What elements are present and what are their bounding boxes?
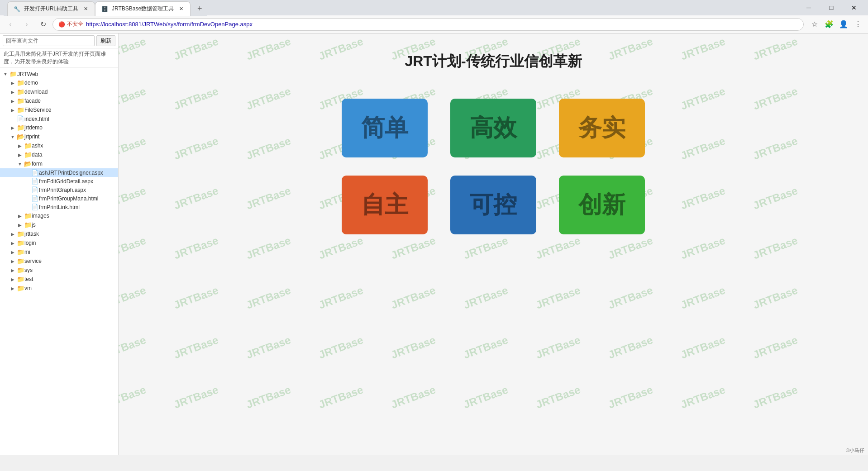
folder-download-icon: 📁 xyxy=(16,88,24,95)
watermark-text: JRTBase xyxy=(534,234,582,262)
card-simple-label: 简单 xyxy=(361,112,408,144)
minimize-button[interactable]: ─ xyxy=(798,0,819,15)
tree-item-jrttask[interactable]: ▶ 📁 jrttask xyxy=(0,229,118,238)
tree-item-vm[interactable]: ▶ 📁 vm xyxy=(0,284,118,293)
watermark-text: JRTBase xyxy=(679,333,727,361)
tree-item-login[interactable]: ▶ 📁 login xyxy=(0,238,118,247)
tree-expand-jrttask: ▶ xyxy=(9,232,16,237)
tree-item-print-group-mana[interactable]: 📄 frmPrintGroupMana.html xyxy=(0,194,118,203)
sidebar-refresh-button[interactable]: 刷新 xyxy=(96,35,115,46)
tree-item-js[interactable]: ▶ 📁 js xyxy=(0,220,118,229)
tree-expand-download: ▶ xyxy=(9,90,16,95)
watermark-text: JRTBase xyxy=(119,234,148,262)
forward-button[interactable]: › xyxy=(20,18,33,31)
cards-grid: 简单 高效 务实 自主 可控 xyxy=(342,99,645,234)
watermark-text: JRTBase xyxy=(606,333,654,361)
maximize-button[interactable]: □ xyxy=(821,0,842,15)
card-autonomous[interactable]: 自主 xyxy=(342,176,428,234)
back-button[interactable]: ‹ xyxy=(4,18,17,31)
refresh-button[interactable]: ↻ xyxy=(36,18,50,31)
tree-item-sys[interactable]: ▶ 📁 sys xyxy=(0,266,118,275)
file-printgroupmana-icon: 📄 xyxy=(31,195,39,202)
tree-item-print-graph[interactable]: 📄 frmPrintGraph.aspx xyxy=(0,186,118,194)
tree-item-print-link[interactable]: 📄 frmPrintLink.html xyxy=(0,203,118,211)
card-controllable[interactable]: 可控 xyxy=(450,176,536,234)
tab-dev-tool[interactable]: 🔧 开发打开URL辅助工具 ✕ xyxy=(7,1,95,16)
card-efficient[interactable]: 高效 xyxy=(450,99,536,157)
tree-item-images[interactable]: ▶ 📁 images xyxy=(0,211,118,220)
tree-expand-test: ▶ xyxy=(9,277,16,282)
watermark-text: JRTBase xyxy=(317,284,365,311)
file-printgraph-icon: 📄 xyxy=(31,186,39,193)
folder-mi-icon: 📁 xyxy=(16,248,24,256)
tree-item-download[interactable]: ▶ 📁 download xyxy=(0,87,118,96)
extension-button[interactable]: 🧩 xyxy=(823,18,835,31)
tree-expand-sys: ▶ xyxy=(9,268,16,273)
profile-button[interactable]: 👤 xyxy=(837,18,850,31)
close-button[interactable]: ✕ xyxy=(844,0,864,15)
tree-expand-icon: ▼ xyxy=(2,71,9,76)
tree-item-form[interactable]: ▼ 📂 form xyxy=(0,159,118,168)
watermark-text: JRTBase xyxy=(172,383,220,411)
address-bar[interactable]: 🔴 不安全 xyxy=(52,18,804,31)
tree-expand-fileservice: ▶ xyxy=(9,108,16,113)
tree-item-index[interactable]: 📄 index.html xyxy=(0,114,118,123)
watermark-text: JRTBase xyxy=(317,333,365,361)
watermark-text: JRTBase xyxy=(119,383,148,411)
bookmark-button[interactable]: ☆ xyxy=(808,18,821,31)
file-index-icon: 📄 xyxy=(16,115,24,122)
folder-images-icon: 📁 xyxy=(24,212,32,219)
file-editgrid-icon: 📄 xyxy=(31,178,39,185)
tree-item-fileservice[interactable]: ▶ 📁 FileService xyxy=(0,105,118,114)
tree-expand-images: ▶ xyxy=(16,214,24,219)
watermark-text: JRTBase xyxy=(606,383,654,411)
watermark-text: JRTBase xyxy=(172,234,220,262)
tab-jrtbs[interactable]: 🗄️ JRTBSBase数据管理工具 ✕ xyxy=(95,1,191,16)
tree-expand-form: ▼ xyxy=(16,162,24,167)
sidebar-search-bar: 刷新 xyxy=(0,33,118,48)
tab-title-1: 开发打开URL辅助工具 xyxy=(24,5,78,13)
tree-item-service[interactable]: ▶ 📁 service xyxy=(0,257,118,266)
tree-item-demo[interactable]: ▶ 📁 demo xyxy=(0,78,118,87)
card-simple[interactable]: 简单 xyxy=(342,99,428,157)
tree-item-ash-print-designer[interactable]: 📄 ashJRTPrintDesigner.aspx xyxy=(0,168,118,177)
folder-jrttask-icon: 📁 xyxy=(16,230,24,238)
folder-test-icon: 📁 xyxy=(16,276,24,283)
card-practical[interactable]: 务实 xyxy=(559,99,645,157)
watermark-text: JRTBase xyxy=(172,333,220,361)
watermark-text: JRTBase xyxy=(244,234,292,262)
tree-item-test[interactable]: ▶ 📁 test xyxy=(0,275,118,284)
tab-favicon-2: 🗄️ xyxy=(101,5,108,13)
watermark-text: JRTBase xyxy=(389,234,437,262)
folder-jrtdemo-icon: 📁 xyxy=(16,124,24,131)
new-tab-button[interactable]: + xyxy=(192,1,207,16)
tab-close-1[interactable]: ✕ xyxy=(82,5,89,13)
folder-icon: 📁 xyxy=(9,71,17,77)
tree-item-edit-grid[interactable]: 📄 frmEditGridDetail.aspx xyxy=(0,177,118,186)
tree-item-jrtdemo[interactable]: ▶ 📁 jrtdemo xyxy=(0,123,118,132)
tree-item-jrtprint[interactable]: ▼ 📂 jrtprint xyxy=(0,132,118,141)
tab-close-2[interactable]: ✕ xyxy=(177,5,185,13)
watermark-text: JRTBase xyxy=(389,284,437,311)
watermark-text: JRTBase xyxy=(751,383,799,411)
cards-row-1: 简单 高效 务实 xyxy=(342,99,645,157)
nav-bar: ‹ › ↻ 🔴 不安全 ☆ 🧩 👤 ⋮ xyxy=(0,15,868,33)
tab-title-2: JRTBSBase数据管理工具 xyxy=(112,5,174,13)
tree-expand-jrtprint: ▼ xyxy=(9,134,16,139)
url-input[interactable] xyxy=(86,21,798,28)
search-input[interactable] xyxy=(3,35,95,46)
watermark-text: JRTBase xyxy=(606,284,654,311)
watermark-text: JRTBase xyxy=(119,333,148,361)
security-icon: 🔴 xyxy=(58,21,65,28)
tree-item-data[interactable]: ▶ 📁 data xyxy=(0,150,118,159)
card-innovative[interactable]: 创新 xyxy=(559,176,645,234)
watermark-text: JRTBase xyxy=(462,333,510,361)
menu-button[interactable]: ⋮ xyxy=(852,18,864,31)
tree-root[interactable]: ▼ 📁 JRTWeb xyxy=(0,70,118,78)
tree-item-ashx[interactable]: ▶ 📁 ashx xyxy=(0,141,118,150)
folder-vm-icon: 📁 xyxy=(16,285,24,292)
tree-item-mi[interactable]: ▶ 📁 mi xyxy=(0,247,118,257)
security-label: 不安全 xyxy=(67,20,83,28)
watermark-text: JRTBase xyxy=(606,234,654,262)
tree-item-facade[interactable]: ▶ 📁 facade xyxy=(0,96,118,105)
